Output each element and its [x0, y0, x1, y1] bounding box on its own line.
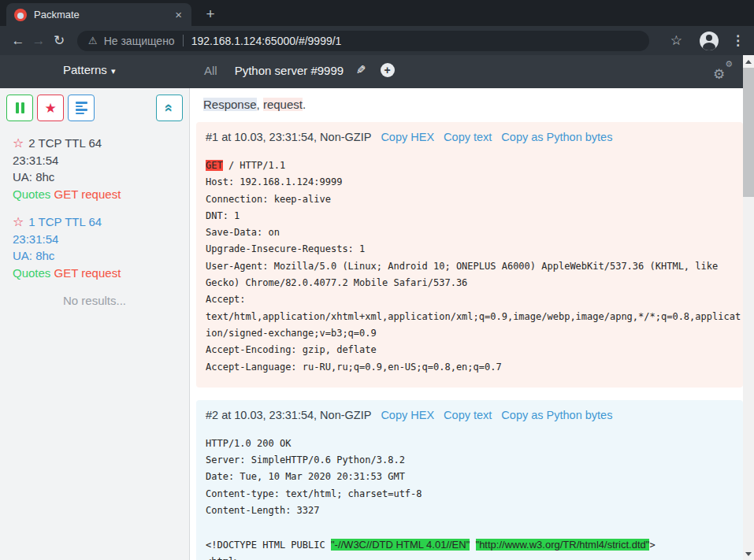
packet-header: #2 at 10.03, 23:31:54, Non-GZIPCopy HEXC… — [206, 406, 743, 424]
session-title-text: 1 TCP TTL 64 — [28, 215, 102, 228]
main-panel: Response, request. #1 at 10.03, 23:31:54… — [190, 88, 743, 560]
scrollbar-thumb[interactable] — [743, 68, 754, 197]
session-tags: Quotes GET request — [13, 186, 189, 203]
close-tab-icon[interactable]: × — [173, 8, 184, 21]
copy-action[interactable]: Copy HEX — [381, 131, 434, 143]
patterns-dropdown[interactable]: Patterns▾ — [63, 63, 115, 76]
pause-capture-button[interactable] — [6, 95, 33, 121]
screen: Packmate × + ← → ↻ ⚠ Не защищено 192.168… — [0, 0, 754, 560]
edit-pattern-icon[interactable]: ✎ — [356, 63, 366, 77]
packet-line: Save-Data: on — [206, 224, 743, 241]
copy-action[interactable]: Copy HEX — [381, 409, 434, 421]
filter-summary: Response, request. — [203, 96, 743, 113]
packet-line: User-Agent: Mozilla/5.0 (Linux; Android … — [206, 258, 743, 292]
packet-body: HTTP/1.0 200 OKServer: SimpleHTTP/0.6 Py… — [206, 436, 743, 560]
session-item[interactable]: ☆1 TCP TTL 6423:31:54UA: 8hcQuotes GET r… — [13, 213, 189, 281]
settings-icon[interactable]: ⚙ ⚙ — [713, 63, 732, 80]
new-tab-button[interactable]: + — [199, 4, 221, 24]
summary-segment: , — [257, 98, 263, 111]
summary-segment: . — [303, 98, 306, 111]
bookmark-icon[interactable]: ☆ — [670, 32, 682, 49]
quote-tag: Quotes — [13, 187, 50, 201]
packet-line: <html> — [206, 554, 743, 560]
packmate-favicon-icon — [14, 9, 27, 21]
packet-line: Content-type: text/html; charset=utf-8 — [206, 486, 743, 503]
page-area: Patterns▾ All Python server #9999 ✎ + ⚙ … — [0, 55, 754, 560]
star-outline-icon[interactable]: ☆ — [13, 215, 24, 228]
copy-action[interactable]: Copy text — [444, 131, 492, 143]
browser-tabbar: Packmate × + — [0, 0, 754, 26]
favorites-filter-button[interactable]: ★ — [37, 95, 64, 121]
session-item[interactable]: ☆2 TCP TTL 6423:31:54UA: 8hcQuotes GET r… — [13, 135, 189, 202]
packet-line: Accept-Encoding: gzip, deflate — [206, 342, 743, 358]
copy-action[interactable]: Copy as Python bytes — [501, 131, 612, 143]
packet-line: Upgrade-Insecure-Requests: 1 — [206, 241, 743, 258]
pattern-tag: GET request — [54, 187, 121, 201]
align-left-icon — [76, 102, 87, 114]
session-title: ☆2 TCP TTL 64 — [13, 135, 189, 152]
gear-icon: ⚙ — [713, 66, 725, 83]
packet-line: Date: Tue, 10 Mar 2020 20:31:53 GMT — [206, 469, 743, 485]
pattern-tag: GET request — [54, 266, 121, 280]
highlight-green: "-//W3C//DTD HTML 4.01//EN" — [331, 539, 470, 551]
tab-title: Packmate — [34, 9, 173, 20]
no-results-text: No results... — [0, 294, 189, 307]
url-text: 192.168.1.124:65000/#/9999/1 — [191, 35, 342, 47]
security-warning-icon: ⚠ — [88, 35, 98, 46]
tab-all[interactable]: All — [204, 64, 217, 77]
packet-line: <!DOCTYPE HTML PUBLIC "-//W3C//DTD HTML … — [206, 536, 743, 554]
packet-body: GET / HTTP/1.1Host: 192.168.1.124:9999Co… — [206, 158, 743, 376]
packet-list: #1 at 10.03, 23:31:54, Non-GZIPCopy HEXC… — [196, 122, 743, 560]
packet-card: #2 at 10.03, 23:31:54, Non-GZIPCopy HEXC… — [196, 400, 743, 560]
content-area: ★ « ☆2 TCP TTL 6423:31:54UA: 8hcQuotes G… — [0, 88, 743, 560]
address-bar[interactable]: ⚠ Не защищено 192.168.1.124:65000/#/9999… — [77, 31, 649, 51]
reload-icon[interactable]: ↻ — [49, 32, 69, 49]
tab-current-pattern[interactable]: Python server #9999 — [235, 64, 344, 77]
quote-tag: Quotes — [13, 266, 50, 280]
browser-toolbar: ← → ↻ ⚠ Не защищено 192.168.1.124:65000/… — [0, 26, 754, 55]
session-list: ☆2 TCP TTL 6423:31:54UA: 8hcQuotes GET r… — [0, 121, 189, 281]
filter-button[interactable] — [68, 95, 95, 121]
session-ua: UA: 8hc — [13, 169, 189, 186]
profile-avatar[interactable] — [700, 32, 719, 50]
browser-menu-icon[interactable]: ⋮ — [731, 32, 745, 49]
star-outline-icon[interactable]: ☆ — [13, 136, 24, 150]
packet-line: Content-Length: 3327 — [206, 503, 743, 519]
chevron-double-up-icon: « — [161, 104, 178, 113]
pattern-tabs: All Python server #9999 ✎ + — [204, 63, 395, 77]
gear-small-icon: ⚙ — [725, 59, 733, 69]
session-title-text: 2 TCP TTL 64 — [28, 136, 102, 150]
packet-line: Host: 192.168.1.124:9999 — [206, 174, 743, 191]
copy-action[interactable]: Copy text — [444, 409, 492, 421]
star-icon: ★ — [44, 100, 56, 117]
add-pattern-button[interactable]: + — [381, 63, 395, 77]
summary-segment: request — [263, 98, 303, 111]
packet-line: HTTP/1.0 200 OK — [206, 436, 743, 452]
packet-line: Accept-Language: ru-RU,ru;q=0.9,en-US;q=… — [206, 359, 743, 376]
packet-line: GET / HTTP/1.1 — [206, 158, 743, 174]
session-tags: Quotes GET request — [13, 265, 189, 282]
packet-id: #2 at 10.03, 23:31:54, Non-GZIP — [206, 409, 371, 421]
packet-line: DNT: 1 — [206, 208, 743, 224]
security-text: Не защищено — [104, 35, 175, 47]
highlight-green: "http://www.w3.org/TR/html4/strict.dtd" — [476, 539, 650, 551]
summary-segment: Response — [203, 98, 257, 111]
collapse-sidebar-button[interactable]: « — [156, 95, 183, 121]
session-time: 23:31:54 — [13, 231, 189, 248]
sidebar: ★ « ☆2 TCP TTL 6423:31:54UA: 8hcQuotes G… — [0, 88, 190, 560]
session-title: ☆1 TCP TTL 64 — [13, 213, 189, 231]
browser-tab[interactable]: Packmate × — [6, 3, 191, 26]
session-time: 23:31:54 — [13, 152, 189, 169]
copy-action[interactable]: Copy as Python bytes — [501, 409, 612, 421]
packet-header: #1 at 10.03, 23:31:54, Non-GZIPCopy HEXC… — [206, 128, 743, 146]
packet-id: #1 at 10.03, 23:31:54, Non-GZIP — [206, 131, 371, 143]
scroll-up-icon[interactable] — [743, 55, 754, 68]
chevron-down-icon: ▾ — [111, 66, 116, 76]
forward-icon[interactable]: → — [28, 33, 49, 49]
back-icon[interactable]: ← — [8, 33, 28, 49]
packet-line: Server: SimpleHTTP/0.6 Python/3.8.2 — [206, 452, 743, 469]
sidebar-toolbar: ★ « — [0, 95, 189, 121]
scrollbar[interactable] — [743, 55, 754, 560]
packet-line: Connection: keep-alive — [206, 191, 743, 208]
scroll-down-icon[interactable] — [743, 547, 754, 560]
